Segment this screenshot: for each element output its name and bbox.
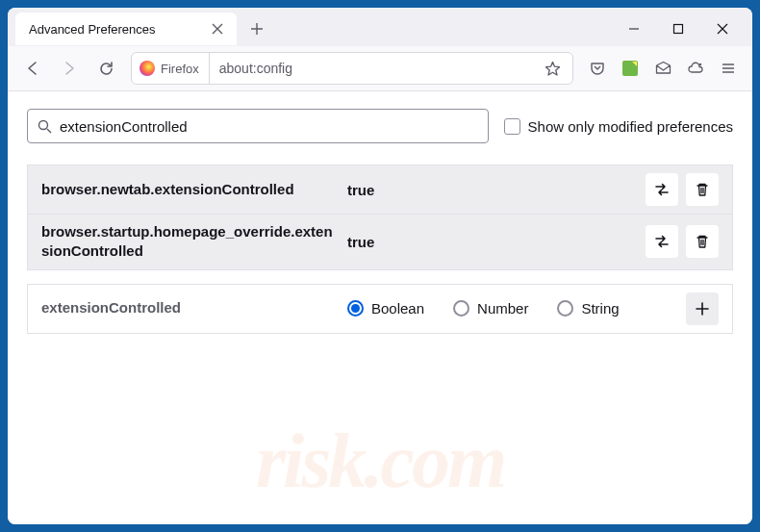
pref-row: browser.startup.homepage_override.extens… [28, 215, 732, 269]
delete-button[interactable] [686, 225, 719, 258]
type-label: String [581, 300, 619, 317]
pref-row: browser.newtab.extensionControlled true [28, 165, 732, 215]
pref-name: browser.startup.homepage_override.extens… [41, 222, 340, 262]
firefox-icon [139, 61, 155, 76]
row-actions [646, 225, 719, 258]
close-icon[interactable] [208, 19, 227, 38]
radio-icon [453, 300, 469, 317]
about-config-content: Show only modified preferences browser.n… [8, 91, 752, 524]
cloud-icon[interactable] [681, 54, 710, 83]
reload-button[interactable] [90, 53, 121, 84]
row-actions [646, 173, 719, 206]
search-row: Show only modified preferences [27, 109, 733, 143]
mail-icon[interactable] [648, 54, 677, 83]
show-modified-label: Show only modified preferences [528, 118, 733, 135]
svg-rect-0 [674, 25, 683, 34]
pref-value: true [347, 182, 638, 198]
tab-active[interactable]: Advanced Preferences [15, 13, 237, 45]
browser-window: Advanced Preferences [8, 8, 752, 524]
type-label: Number [477, 300, 528, 317]
window-controls [612, 14, 745, 43]
tab-title: Advanced Preferences [29, 22, 208, 37]
radio-icon [347, 300, 364, 317]
pref-search-input[interactable] [60, 118, 478, 135]
url-text: about:config [219, 61, 541, 76]
navigation-toolbar: Firefox about:config [8, 46, 752, 91]
new-pref-table: extensionControlled Boolean Number Strin… [27, 284, 733, 334]
pref-table: browser.newtab.extensionControlled true … [27, 165, 733, 270]
add-button[interactable] [686, 292, 719, 325]
back-button[interactable] [17, 53, 48, 84]
minimize-button[interactable] [612, 14, 656, 43]
svg-point-2 [39, 120, 48, 129]
toolbar-icons [583, 54, 743, 83]
type-radio-string[interactable]: String [557, 300, 619, 317]
type-radio-boolean[interactable]: Boolean [347, 300, 424, 317]
toggle-button[interactable] [646, 173, 678, 206]
extension-icon[interactable] [616, 54, 645, 83]
type-label: Boolean [371, 300, 424, 317]
pref-name: browser.newtab.extensionControlled [41, 180, 340, 199]
watermark: risk.com [8, 418, 752, 505]
bookmark-star-icon[interactable] [541, 61, 565, 77]
new-tab-button[interactable] [242, 14, 271, 43]
new-pref-row: extensionControlled Boolean Number Strin… [28, 285, 732, 333]
identity-box[interactable]: Firefox [139, 53, 210, 84]
menu-icon[interactable] [714, 54, 743, 83]
forward-button[interactable] [54, 53, 85, 84]
url-bar[interactable]: Firefox about:config [131, 52, 573, 85]
maximize-button[interactable] [656, 14, 700, 43]
pref-search-box[interactable] [27, 109, 489, 143]
pocket-icon[interactable] [583, 54, 612, 83]
checkbox-icon [504, 118, 520, 135]
row-actions [686, 292, 719, 325]
new-pref-name: extensionControlled [41, 298, 340, 317]
close-window-button[interactable] [700, 14, 745, 43]
pref-value: true [347, 234, 638, 250]
identity-label: Firefox [161, 62, 199, 76]
type-radio-number[interactable]: Number [453, 300, 528, 317]
svg-point-1 [699, 63, 701, 65]
type-options: Boolean Number String [347, 300, 678, 317]
show-modified-checkbox[interactable]: Show only modified preferences [504, 118, 733, 135]
tab-strip: Advanced Preferences [8, 8, 752, 46]
radio-icon [557, 300, 573, 317]
toggle-button[interactable] [646, 225, 678, 258]
delete-button[interactable] [686, 173, 719, 206]
